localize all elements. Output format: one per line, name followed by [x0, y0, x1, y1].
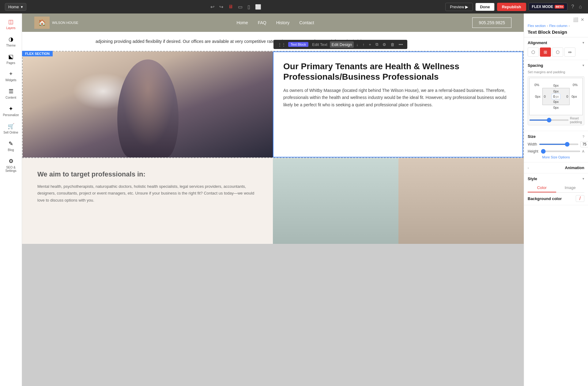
align-center-button[interactable]: ⊞ — [540, 47, 551, 57]
nav-link-history[interactable]: History — [276, 20, 290, 25]
width-value[interactable]: 75 — [580, 141, 588, 147]
sidebar-item-personalize[interactable]: ✦ Personalize — [2, 103, 20, 119]
width-label: Width — [528, 142, 537, 146]
main-body-text: As owners of Whitby Massage (located rig… — [283, 87, 513, 109]
move-up-button[interactable]: ↑ — [361, 41, 367, 48]
redo-button[interactable]: ↪ — [218, 3, 224, 11]
breadcrumb-flex-column[interactable]: Flex column — [549, 24, 567, 28]
home-button[interactable]: ⌂ — [578, 3, 583, 11]
nav-link-contact[interactable]: Contact — [299, 20, 314, 25]
edit-design-button[interactable]: Edit Design — [330, 41, 354, 48]
height-slider[interactable] — [541, 151, 580, 152]
sidebar-item-theme[interactable]: ◑ Theme — [2, 33, 20, 50]
spacing-outer-bottom-row: 0px — [534, 105, 578, 110]
style-label: Style — [528, 176, 537, 181]
canvas-area[interactable]: 🏠 WILSON HOUSE Home FAQ History Contact … — [22, 13, 524, 386]
spacing-label: Spacing — [528, 63, 543, 68]
mobile-view-button[interactable]: ▯ — [246, 3, 251, 11]
more-options-button[interactable]: ••• — [397, 41, 405, 48]
undo-icon: ↩ — [210, 4, 214, 9]
help-icon: ? — [571, 4, 574, 9]
delete-button[interactable]: 🗑 — [389, 41, 396, 48]
spacing-subtitle: Set margins and padding — [528, 70, 584, 74]
sidebar-item-sell[interactable]: 🛒 Sell Online — [2, 120, 20, 137]
padding-inner-mid: 0 0 px 0 — [544, 94, 568, 99]
style-tab-image[interactable]: Image — [556, 184, 585, 192]
text-block-label: Text Block — [288, 42, 308, 47]
preview-button[interactable]: Preview ▶ — [445, 3, 473, 11]
size-help-icon: ? — [582, 135, 584, 138]
done-button[interactable]: Done — [475, 3, 495, 11]
bottom-section: We aim to target professionals in: Menta… — [22, 158, 524, 244]
settings-button[interactable]: ⚙ — [381, 41, 388, 48]
sidebar-item-content[interactable]: ☰ Content — [2, 85, 20, 102]
flex-section-image[interactable] — [23, 51, 273, 157]
width-row: Width 75 % — [528, 141, 584, 147]
sidebar-item-seo[interactable]: ⚙ SEO & Settings — [2, 155, 20, 175]
blog-icon: ✎ — [9, 140, 13, 147]
alignment-label: Alignment — [528, 40, 547, 45]
breadcrumb-flex-section[interactable]: Flex section — [528, 24, 546, 28]
flex-section: ⋮⋮ Text Block Edit Text Edit Design ↓ ↑ … — [22, 51, 524, 158]
padding-input[interactable]: 0 px — [552, 94, 560, 99]
flex-section-label[interactable]: FLEX SECTION — [22, 51, 53, 56]
mobile-small-icon: ⬜ — [255, 4, 261, 9]
flex-mode-button[interactable]: FLEX MODE BETA — [529, 3, 568, 11]
duplicate-button[interactable]: ⧉ — [374, 41, 380, 48]
align-right-icon: ⬡ — [556, 50, 560, 55]
sidebar-item-blog[interactable]: ✎ Blog — [2, 138, 20, 154]
left-sidebar: ◫ Layers ◑ Theme ⬕ Pages + Widgets ☰ Con… — [0, 13, 22, 386]
mobile-small-view-button[interactable]: ⬜ — [254, 3, 262, 11]
office-image-right — [398, 158, 524, 244]
reset-padding-button[interactable]: Reset padding — [570, 116, 583, 124]
nav-link-faq[interactable]: FAQ — [258, 20, 266, 25]
add-button[interactable]: + — [367, 41, 373, 48]
help-button[interactable]: ? — [570, 3, 575, 11]
height-auto-button[interactable]: A — [582, 149, 584, 153]
tablet-icon: ▭ — [238, 4, 243, 9]
align-stretch-button[interactable]: ⇔ — [564, 47, 575, 57]
animation-row[interactable]: › Animation — [528, 165, 584, 170]
office-image — [273, 158, 524, 244]
page-selector[interactable]: Home — [5, 3, 26, 11]
width-slider[interactable] — [539, 144, 579, 145]
beta-badge: BETA — [555, 5, 564, 9]
nav-phone[interactable]: 905.259.9825 — [472, 17, 511, 28]
background-color-swatch[interactable]: / — [576, 195, 584, 202]
move-down-button[interactable]: ↓ — [354, 41, 360, 48]
silhouette-shape — [117, 59, 179, 157]
spacing-header[interactable]: Spacing ▾ — [528, 63, 584, 68]
flex-section-text[interactable]: ⋮⋮ Text Block Edit Text Edit Design ↓ ↑ … — [273, 51, 523, 157]
undo-button[interactable]: ↩ — [209, 3, 216, 11]
spacing-mid-row: 0px 0px 0 0 px 0 — [534, 88, 578, 105]
size-label: Size — [528, 134, 536, 139]
spacing-outer: 0% 0px 0% 0px 0px 0 0 — [529, 78, 583, 115]
style-header[interactable]: Style ▾ — [528, 176, 584, 181]
desktop-view-button[interactable]: 🖥 — [227, 3, 234, 11]
close-panel-button[interactable]: ✕ — [581, 17, 584, 22]
main-heading: Our Primary Tenants are Health & Wellnes… — [283, 61, 513, 82]
collapse-panel-button[interactable]: ⬜ — [573, 17, 578, 22]
align-left-button[interactable]: ⬡ — [528, 47, 539, 57]
padding-slider[interactable] — [529, 119, 569, 121]
style-tab-color[interactable]: Color — [528, 184, 556, 192]
nav-link-home[interactable]: Home — [236, 20, 248, 25]
alignment-header[interactable]: Alignment ▾ — [528, 40, 584, 45]
spacing-left-value: 0px — [534, 94, 541, 99]
edit-text-button[interactable]: Edit Text — [310, 41, 329, 48]
desktop-icon: 🖥 — [228, 4, 233, 9]
main-layout: ◫ Layers ◑ Theme ⬕ Pages + Widgets ☰ Con… — [0, 13, 588, 386]
tablet-view-button[interactable]: ▭ — [237, 3, 244, 11]
align-right-button[interactable]: ⬡ — [552, 47, 563, 57]
sidebar-item-label-widgets: Widgets — [5, 78, 16, 82]
drag-handle[interactable]: ⋮⋮ — [276, 41, 288, 48]
republish-button[interactable]: Republish — [497, 3, 526, 11]
bottom-left: We aim to target professionals in: Menta… — [22, 158, 273, 244]
height-row: Height A — [528, 149, 584, 153]
sidebar-item-layers[interactable]: ◫ Layers — [2, 16, 20, 32]
sidebar-item-widgets[interactable]: + Widgets — [2, 68, 20, 84]
style-section: Style ▾ Color Image Background color / — [524, 173, 588, 205]
sidebar-item-pages[interactable]: ⬕ Pages — [2, 51, 20, 67]
size-header[interactable]: Size ? — [528, 134, 584, 139]
more-size-options-link[interactable]: More Size Options — [528, 155, 584, 159]
